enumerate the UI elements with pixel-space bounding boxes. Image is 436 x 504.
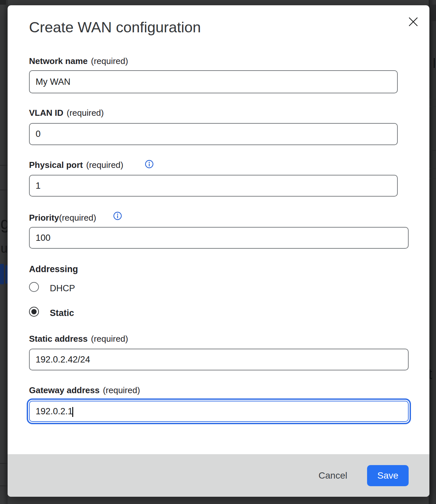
network-name-label: Network name(required) bbox=[29, 56, 128, 66]
save-button[interactable]: Save bbox=[367, 465, 409, 486]
gateway-address-input[interactable] bbox=[29, 401, 409, 422]
background-row-line bbox=[0, 165, 8, 166]
background-row-line bbox=[429, 178, 436, 179]
text-cursor bbox=[72, 407, 73, 417]
background-patch-topleft bbox=[0, 0, 6, 5]
background-row-line bbox=[429, 99, 436, 100]
static-address-input[interactable] bbox=[29, 349, 409, 370]
priority-info-icon[interactable] bbox=[113, 211, 122, 220]
network-name-input[interactable] bbox=[29, 70, 398, 93]
gateway-address-label: Gateway address(required) bbox=[29, 385, 140, 395]
dialog-title: Create WAN configuration bbox=[29, 18, 201, 36]
background-row-line bbox=[429, 150, 436, 151]
addressing-radio-dhcp-label[interactable]: DHCP bbox=[50, 283, 75, 294]
cancel-button[interactable]: Cancel bbox=[314, 468, 352, 484]
priority-label: Priority(required) bbox=[29, 213, 96, 223]
physical-port-info-icon[interactable] bbox=[145, 160, 154, 169]
background-row-line bbox=[0, 486, 8, 486]
addressing-radio-static-label[interactable]: Static bbox=[50, 308, 74, 318]
background-row-line bbox=[0, 190, 8, 190]
static-address-label: Static address(required) bbox=[29, 334, 128, 344]
background-overlay-right bbox=[429, 0, 436, 504]
close-button[interactable] bbox=[405, 14, 421, 30]
addressing-radio-static[interactable] bbox=[29, 307, 39, 317]
background-text-fragment: u bbox=[1, 242, 8, 255]
background-row-line bbox=[0, 463, 8, 464]
background-patch-topright bbox=[431, 5, 436, 21]
priority-input[interactable] bbox=[29, 227, 409, 249]
background-button-fragment bbox=[0, 264, 4, 284]
background-row-line bbox=[429, 168, 436, 169]
vlan-id-label: VLAN ID(required) bbox=[29, 108, 104, 118]
vlan-id-input[interactable] bbox=[29, 123, 398, 145]
physical-port-label: Physical port(required) bbox=[29, 160, 123, 170]
background-button-fragment bbox=[5, 265, 8, 284]
create-wan-dialog: Create WAN configuration Network name(re… bbox=[8, 5, 429, 497]
addressing-radio-dhcp[interactable] bbox=[29, 282, 39, 292]
dialog-footer: Cancel Save bbox=[8, 454, 429, 497]
background-row-line bbox=[429, 106, 436, 107]
close-icon bbox=[408, 16, 419, 27]
addressing-heading: Addressing bbox=[29, 264, 78, 274]
physical-port-input[interactable] bbox=[29, 175, 398, 197]
